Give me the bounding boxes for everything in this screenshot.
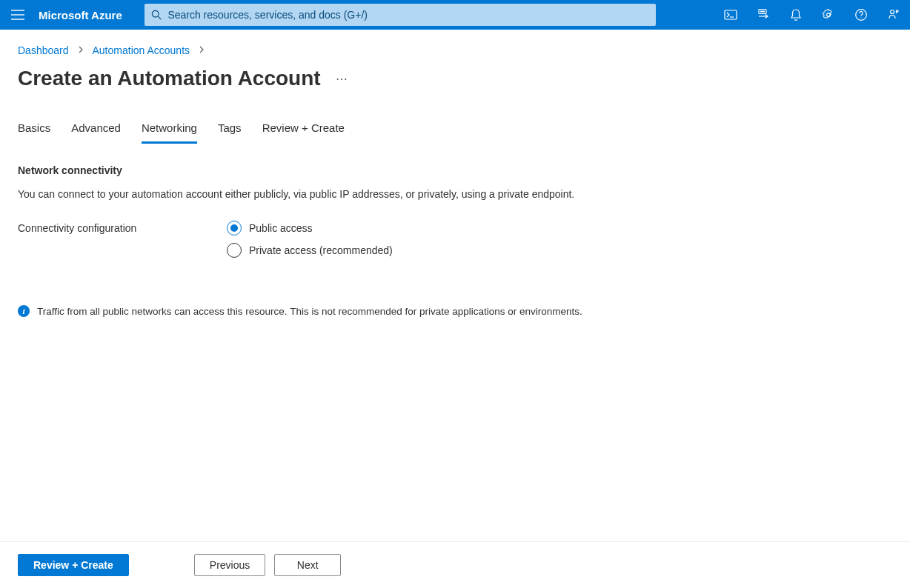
review-create-button[interactable]: Review + Create [18,554,129,576]
radio-dot-icon [227,243,242,258]
tab-review-create[interactable]: Review + Create [262,121,345,144]
section-description: You can connect to your automation accou… [18,187,685,201]
chevron-right-icon [78,45,84,56]
feedback-button[interactable] [877,0,910,30]
tab-networking[interactable]: Networking [142,121,197,144]
next-button[interactable]: Next [274,554,341,576]
section-title: Network connectivity [18,164,892,176]
info-banner: i Traffic from all public networks can a… [18,305,892,317]
menu-toggle[interactable] [0,0,36,30]
tab-strip: Basics Advanced Networking Tags Review +… [18,121,892,144]
svg-rect-8 [760,11,765,13]
page-content: Dashboard Automation Accounts Create an … [0,30,910,588]
help-icon [854,8,868,21]
radio-private-access[interactable]: Private access (recommended) [227,243,393,258]
svg-point-11 [860,17,861,18]
breadcrumb-automation-accounts[interactable]: Automation Accounts [93,44,190,56]
bell-icon [790,8,802,21]
hamburger-icon [11,10,24,20]
connectivity-label: Connectivity configuration [18,221,227,234]
wizard-footer: Review + Create Previous Next [0,541,910,588]
global-search[interactable] [145,4,656,26]
page-title: Create an Automation Account [18,67,321,90]
radio-private-access-label: Private access (recommended) [249,244,393,256]
feedback-icon [887,8,900,21]
svg-point-12 [891,10,894,14]
gear-icon [822,8,835,21]
search-input[interactable] [167,9,654,21]
tab-basics[interactable]: Basics [18,121,50,144]
cloud-shell-button[interactable] [714,0,747,30]
svg-point-3 [152,10,159,17]
info-text: Traffic from all public networks can acc… [37,306,582,317]
search-icon [145,10,168,20]
top-nav: Microsoft Azure [0,0,910,30]
filter-icon [757,8,770,21]
top-icon-tray [714,0,910,30]
connectivity-field: Connectivity configuration Public access… [18,221,892,258]
more-actions-button[interactable]: ⋯ [333,69,351,89]
tab-tags[interactable]: Tags [218,121,242,144]
directory-filter-button[interactable] [747,0,780,30]
svg-rect-5 [725,10,737,19]
breadcrumb: Dashboard Automation Accounts [18,44,892,56]
svg-line-4 [158,16,161,19]
chevron-right-icon [199,45,205,56]
radio-public-access[interactable]: Public access [227,221,393,235]
notifications-button[interactable] [780,0,812,30]
radio-public-access-label: Public access [249,222,313,234]
breadcrumb-dashboard[interactable]: Dashboard [18,44,69,56]
radio-dot-icon [227,221,242,235]
info-icon: i [18,305,30,317]
settings-button[interactable] [812,0,845,30]
brand-label[interactable]: Microsoft Azure [36,9,136,21]
tab-advanced[interactable]: Advanced [71,121,121,144]
help-button[interactable] [845,0,877,30]
cloud-shell-icon [724,9,737,21]
previous-button[interactable]: Previous [194,554,265,576]
